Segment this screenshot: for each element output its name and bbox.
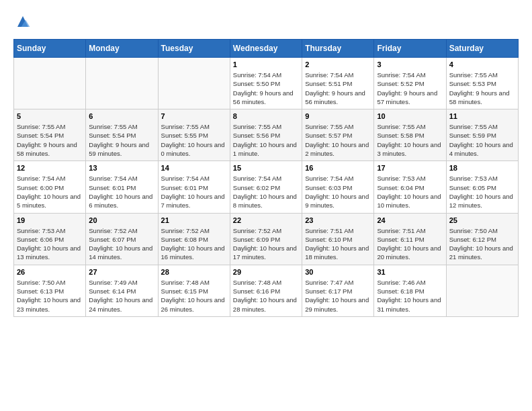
day-number: 27 [89, 268, 154, 276]
day-number: 15 [233, 164, 299, 172]
calendar-cell: 2Sunrise: 7:54 AMSunset: 5:51 PMDaylight… [302, 58, 374, 109]
calendar-cell [446, 265, 518, 316]
calendar-cell: 14Sunrise: 7:54 AMSunset: 6:01 PMDayligh… [158, 161, 230, 213]
calendar-cell: 17Sunrise: 7:53 AMSunset: 6:04 PMDayligh… [374, 161, 446, 213]
day-details: Sunrise: 7:54 AMSunset: 6:01 PMDaylight:… [89, 174, 154, 210]
calendar-cell: 25Sunrise: 7:50 AMSunset: 6:12 PMDayligh… [446, 213, 518, 265]
day-details: Sunrise: 7:55 AMSunset: 5:57 PMDaylight:… [305, 122, 371, 158]
week-row-4: 19Sunrise: 7:53 AMSunset: 6:06 PMDayligh… [14, 213, 519, 265]
day-number: 26 [17, 268, 83, 276]
day-details: Sunrise: 7:48 AMSunset: 6:15 PMDaylight:… [161, 278, 227, 314]
day-details: Sunrise: 7:47 AMSunset: 6:17 PMDaylight:… [305, 278, 371, 314]
day-number: 17 [377, 164, 443, 172]
day-details: Sunrise: 7:54 AMSunset: 5:52 PMDaylight:… [377, 71, 443, 106]
day-details: Sunrise: 7:55 AMSunset: 5:59 PMDaylight:… [449, 122, 515, 158]
day-details: Sunrise: 7:52 AMSunset: 6:08 PMDaylight:… [161, 226, 227, 262]
day-number: 19 [17, 216, 83, 224]
day-details: Sunrise: 7:54 AMSunset: 6:01 PMDaylight:… [161, 174, 227, 210]
day-number: 6 [89, 112, 154, 120]
calendar-cell [158, 58, 230, 109]
calendar-cell: 21Sunrise: 7:52 AMSunset: 6:08 PMDayligh… [158, 213, 230, 265]
calendar-cell: 31Sunrise: 7:46 AMSunset: 6:18 PMDayligh… [374, 265, 446, 316]
day-details: Sunrise: 7:54 AMSunset: 5:51 PMDaylight:… [305, 71, 371, 106]
logo-icon [15, 13, 31, 30]
day-number: 24 [377, 216, 443, 224]
calendar-cell: 16Sunrise: 7:54 AMSunset: 6:03 PMDayligh… [302, 161, 374, 213]
day-number: 10 [377, 112, 443, 120]
calendar-cell: 13Sunrise: 7:54 AMSunset: 6:01 PMDayligh… [86, 161, 158, 213]
day-number: 21 [161, 216, 227, 224]
day-number: 8 [233, 112, 299, 120]
day-header-monday: Monday [86, 40, 158, 58]
day-details: Sunrise: 7:54 AMSunset: 6:00 PMDaylight:… [17, 174, 83, 210]
day-details: Sunrise: 7:55 AMSunset: 5:53 PMDaylight:… [449, 71, 515, 106]
day-number: 4 [449, 60, 515, 68]
calendar-cell: 3Sunrise: 7:54 AMSunset: 5:52 PMDaylight… [374, 58, 446, 109]
calendar-cell: 7Sunrise: 7:55 AMSunset: 5:55 PMDaylight… [158, 109, 230, 161]
calendar-cell: 27Sunrise: 7:49 AMSunset: 6:14 PMDayligh… [86, 265, 158, 316]
day-details: Sunrise: 7:50 AMSunset: 6:13 PMDaylight:… [17, 278, 83, 314]
week-row-5: 26Sunrise: 7:50 AMSunset: 6:13 PMDayligh… [14, 265, 519, 316]
day-header-saturday: Saturday [446, 40, 518, 58]
day-details: Sunrise: 7:52 AMSunset: 6:09 PMDaylight:… [233, 226, 299, 262]
day-details: Sunrise: 7:49 AMSunset: 6:14 PMDaylight:… [89, 278, 154, 314]
day-details: Sunrise: 7:53 AMSunset: 6:06 PMDaylight:… [17, 226, 83, 262]
day-details: Sunrise: 7:52 AMSunset: 6:07 PMDaylight:… [89, 226, 154, 262]
calendar-cell: 10Sunrise: 7:55 AMSunset: 5:58 PMDayligh… [374, 109, 446, 161]
day-details: Sunrise: 7:51 AMSunset: 6:10 PMDaylight:… [305, 226, 371, 262]
calendar-cell: 8Sunrise: 7:55 AMSunset: 5:56 PMDaylight… [230, 109, 302, 161]
calendar-cell: 5Sunrise: 7:55 AMSunset: 5:54 PMDaylight… [14, 109, 86, 161]
calendar-cell: 23Sunrise: 7:51 AMSunset: 6:10 PMDayligh… [302, 213, 374, 265]
calendar-cell: 26Sunrise: 7:50 AMSunset: 6:13 PMDayligh… [14, 265, 86, 316]
day-details: Sunrise: 7:55 AMSunset: 5:58 PMDaylight:… [377, 122, 443, 158]
day-header-wednesday: Wednesday [230, 40, 302, 58]
day-number: 28 [161, 268, 227, 276]
day-details: Sunrise: 7:53 AMSunset: 6:04 PMDaylight:… [377, 174, 443, 210]
day-details: Sunrise: 7:54 AMSunset: 5:50 PMDaylight:… [233, 71, 299, 106]
day-details: Sunrise: 7:51 AMSunset: 6:11 PMDaylight:… [377, 226, 443, 262]
day-details: Sunrise: 7:54 AMSunset: 6:03 PMDaylight:… [305, 174, 371, 210]
calendar-cell [14, 58, 86, 109]
calendar-cell [86, 58, 158, 109]
day-number: 14 [161, 164, 227, 172]
day-number: 7 [161, 112, 227, 120]
calendar-cell: 1Sunrise: 7:54 AMSunset: 5:50 PMDaylight… [230, 58, 302, 109]
calendar-table: SundayMondayTuesdayWednesdayThursdayFrid… [13, 39, 519, 317]
day-header-sunday: Sunday [14, 40, 86, 58]
calendar-cell: 24Sunrise: 7:51 AMSunset: 6:11 PMDayligh… [374, 213, 446, 265]
day-details: Sunrise: 7:55 AMSunset: 5:54 PMDaylight:… [17, 122, 83, 158]
calendar-cell: 6Sunrise: 7:55 AMSunset: 5:54 PMDaylight… [86, 109, 158, 161]
day-number: 16 [305, 164, 371, 172]
day-number: 12 [17, 164, 83, 172]
calendar-cell: 28Sunrise: 7:48 AMSunset: 6:15 PMDayligh… [158, 265, 230, 316]
calendar-cell: 29Sunrise: 7:48 AMSunset: 6:16 PMDayligh… [230, 265, 302, 316]
calendar-cell: 12Sunrise: 7:54 AMSunset: 6:00 PMDayligh… [14, 161, 86, 213]
logo [13, 13, 31, 32]
day-number: 5 [17, 112, 83, 120]
day-number: 13 [89, 164, 154, 172]
calendar-cell: 11Sunrise: 7:55 AMSunset: 5:59 PMDayligh… [446, 109, 518, 161]
header-row: SundayMondayTuesdayWednesdayThursdayFrid… [14, 40, 519, 58]
day-details: Sunrise: 7:46 AMSunset: 6:18 PMDaylight:… [377, 278, 443, 314]
day-header-thursday: Thursday [302, 40, 374, 58]
calendar-cell: 15Sunrise: 7:54 AMSunset: 6:02 PMDayligh… [230, 161, 302, 213]
day-number: 31 [377, 268, 443, 276]
calendar-cell: 4Sunrise: 7:55 AMSunset: 5:53 PMDaylight… [446, 58, 518, 109]
day-details: Sunrise: 7:55 AMSunset: 5:55 PMDaylight:… [161, 122, 227, 158]
page-header [13, 13, 519, 32]
day-details: Sunrise: 7:55 AMSunset: 5:54 PMDaylight:… [89, 122, 154, 158]
calendar-cell: 18Sunrise: 7:53 AMSunset: 6:05 PMDayligh… [446, 161, 518, 213]
week-row-2: 5Sunrise: 7:55 AMSunset: 5:54 PMDaylight… [14, 109, 519, 161]
day-details: Sunrise: 7:48 AMSunset: 6:16 PMDaylight:… [233, 278, 299, 314]
week-row-3: 12Sunrise: 7:54 AMSunset: 6:00 PMDayligh… [14, 161, 519, 213]
day-number: 25 [449, 216, 515, 224]
calendar-cell: 20Sunrise: 7:52 AMSunset: 6:07 PMDayligh… [86, 213, 158, 265]
day-details: Sunrise: 7:50 AMSunset: 6:12 PMDaylight:… [449, 226, 515, 262]
calendar-cell: 22Sunrise: 7:52 AMSunset: 6:09 PMDayligh… [230, 213, 302, 265]
day-number: 20 [89, 216, 154, 224]
day-details: Sunrise: 7:55 AMSunset: 5:56 PMDaylight:… [233, 122, 299, 158]
day-details: Sunrise: 7:53 AMSunset: 6:05 PMDaylight:… [449, 174, 515, 210]
day-number: 2 [305, 60, 371, 68]
day-number: 11 [449, 112, 515, 120]
day-number: 9 [305, 112, 371, 120]
